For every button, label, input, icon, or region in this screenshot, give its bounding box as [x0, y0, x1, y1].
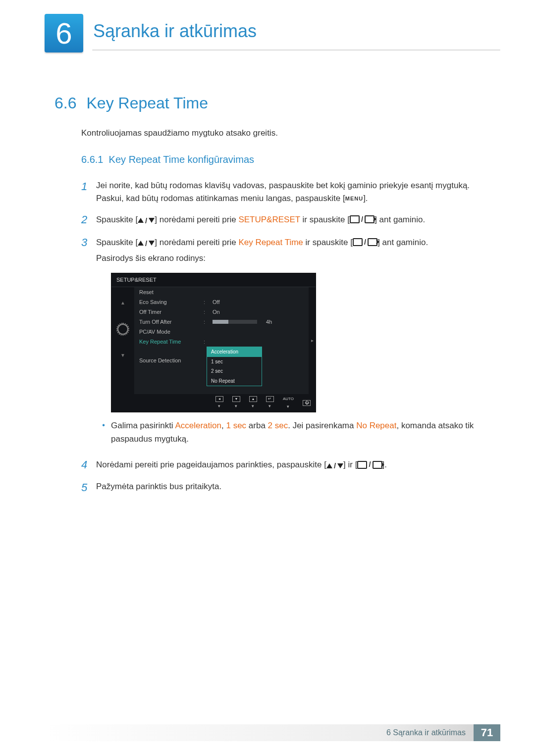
kw-acceleration: Acceleration: [175, 421, 221, 430]
bullet-icon: •: [96, 419, 111, 446]
step-body: Spauskite [/] norėdami pereiti prie SETU…: [96, 212, 490, 226]
osd-btn-enter: ↵▾: [266, 396, 274, 410]
up-down-icon: /: [138, 215, 155, 226]
enter-source-icon: /: [350, 213, 374, 225]
osd-row-turn-off: Turn Off After:4h: [134, 317, 309, 327]
osd-row-key-repeat: Key Repeat Time:: [134, 337, 309, 347]
steps-list: 1 Jei norite, kad būtų rodomas klavišų v…: [81, 179, 490, 496]
subsection-number: 6.6.1: [81, 154, 103, 165]
osd-btn-up: ▴▾: [249, 396, 257, 410]
subsection-title: Key Repeat Time konfigūravimas: [109, 154, 254, 165]
kw-setup-reset: SETUP&RESET: [238, 214, 300, 224]
up-down-icon: /: [326, 460, 343, 471]
chevron-up-icon: ▲: [120, 299, 125, 307]
enter-source-icon: /: [357, 458, 382, 470]
chevron-right-icon: ▸: [309, 287, 316, 394]
header-divider: [92, 50, 500, 50]
osd-btn-down: ▾▾: [232, 396, 240, 410]
section-intro: Kontroliuojamas spaudžiamo mygtuko atsak…: [81, 128, 490, 138]
kw-no-repeat: No Repeat: [356, 421, 396, 430]
osd-left-panel: ▲ ▼: [111, 287, 134, 394]
gear-icon: [117, 324, 128, 335]
chapter-title: Sąranka ir atkūrimas: [93, 21, 257, 42]
chapter-header: 6 Sąranka ir atkūrimas: [45, 14, 500, 52]
step-body: Jei norite, kad būtų rodomas klavišų vad…: [96, 179, 490, 205]
osd-row-off-timer: Off Timer:On: [134, 307, 309, 317]
kw-2sec: 2 sec: [268, 421, 288, 430]
osd-body: ▲ ▼ Reset Eco Saving:Off Off Timer:On Tu…: [111, 287, 316, 394]
step-3: 3 Spauskite [/] norėdami pereiti prie Ke…: [81, 235, 490, 451]
step-4: 4 Norėdami pereiti prie pageidaujamos pa…: [81, 457, 490, 473]
step-body: Pažymėta parinktis bus pritaikyta.: [96, 480, 490, 493]
step-number: 3: [81, 234, 96, 251]
osd-row-pcav: PC/AV Mode: [134, 327, 309, 337]
step-note: • Galima pasirinkti Acceleration, 1 sec …: [96, 419, 490, 446]
step-5: 5 Pažymėta parinktis bus pritaikyta.: [81, 480, 490, 496]
page: 6 Sąranka ir atkūrimas 6.6Key Repeat Tim…: [0, 0, 535, 756]
note-body: Galima pasirinkti Acceleration, 1 sec ar…: [111, 419, 490, 446]
footer-chapter-label: 6 Sąranka ir atkūrimas: [378, 724, 474, 741]
chapter-number-badge: 6: [45, 14, 83, 52]
osd-screenshot: SETUP&RESET ▲ ▼ Reset Eco Saving:Off Off…: [111, 273, 316, 412]
osd-row-reset: Reset: [134, 287, 309, 297]
step-number: 2: [81, 211, 96, 228]
content: 6.6Key Repeat Time Kontroliuojamas spaud…: [54, 94, 490, 503]
kw-key-repeat: Key Repeat Time: [238, 237, 303, 247]
osd-rows: Reset Eco Saving:Off Off Timer:On Turn O…: [134, 287, 309, 394]
osd-row-eco: Eco Saving:Off: [134, 297, 309, 307]
step-number: 4: [81, 456, 96, 473]
chevron-down-icon: ▼: [120, 352, 125, 359]
step-2: 2 Spauskite [/] norėdami pereiti prie SE…: [81, 212, 490, 228]
page-footer: 6 Sąranka ir atkūrimas 71: [45, 724, 500, 741]
osd-btn-power: ⏻: [303, 400, 311, 406]
osd-btn-back: ◂▾: [215, 396, 223, 410]
section-title: Key Repeat Time: [86, 94, 208, 112]
step-number: 1: [81, 178, 96, 195]
kw-1sec: 1 sec: [226, 421, 246, 430]
step-1: 1 Jei norite, kad būtų rodomas klavišų v…: [81, 179, 490, 205]
step-sub-text: Pasirodys šis ekrano rodinys:: [96, 252, 490, 265]
step-number: 5: [81, 479, 96, 496]
step-body: Norėdami pereiti prie pageidaujamos pari…: [96, 457, 490, 471]
section-number: 6.6: [54, 94, 76, 112]
step-body: Spauskite [/] norėdami pereiti prie Key …: [96, 235, 490, 451]
up-down-icon: /: [138, 238, 155, 249]
subsection-heading: 6.6.1 Key Repeat Time konfigūravimas: [81, 154, 490, 165]
slider-bar: [213, 320, 257, 324]
menu-icon: MENU: [345, 195, 363, 203]
osd-btn-auto: AUTO▾: [283, 396, 294, 410]
page-number: 71: [474, 724, 500, 741]
section-heading: 6.6Key Repeat Time: [54, 94, 490, 112]
osd-title: SETUP&RESET: [111, 273, 316, 287]
footer-gradient: [45, 724, 378, 741]
osd-bottom-bar: ◂▾ ▾▾ ▴▾ ↵▾ AUTO▾ ⏻: [111, 394, 316, 412]
enter-source-icon: /: [353, 236, 377, 248]
